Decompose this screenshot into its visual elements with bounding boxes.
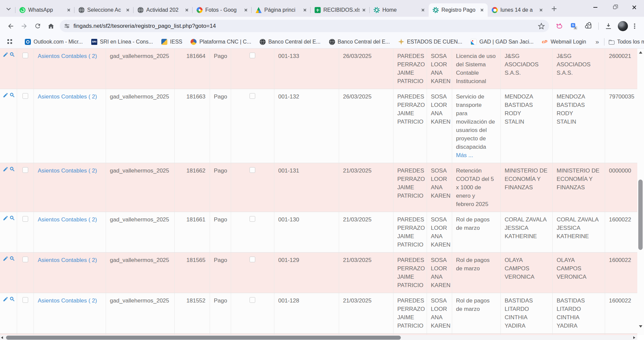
- edit-icon[interactable]: [3, 166, 8, 173]
- search-icon[interactable]: [9, 215, 15, 221]
- browser-tab[interactable]: Fotos - Goog: [193, 3, 252, 17]
- scroll-down-icon[interactable]: [639, 325, 642, 328]
- omnibox[interactable]: fingads.net/sf2/tesoreria/registro_pago_…: [60, 20, 549, 32]
- tab-favicon-icon: [19, 7, 25, 13]
- row-select-checkbox[interactable]: [22, 93, 28, 99]
- horizontal-scrollbar[interactable]: [0, 335, 637, 340]
- bookmark-item[interactable]: Banco Central del E...: [327, 38, 392, 46]
- row-select-checkbox[interactable]: [22, 297, 28, 303]
- bookmark-favicon-icon: [161, 39, 167, 45]
- asientos-contables-link[interactable]: Asientos Contables ( 2): [38, 53, 97, 59]
- all-bookmarks-button[interactable]: Todos los marcadores: [606, 38, 644, 46]
- scroll-up-icon[interactable]: [639, 51, 642, 54]
- search-icon[interactable]: [9, 51, 15, 58]
- bookmark-label: IESS: [170, 39, 182, 45]
- edit-icon[interactable]: [3, 51, 8, 58]
- search-icon[interactable]: [9, 296, 15, 302]
- puzzle-icon: [586, 23, 591, 28]
- close-button[interactable]: [625, 0, 644, 15]
- edit-icon[interactable]: [3, 255, 8, 262]
- row-select-checkbox[interactable]: [22, 53, 28, 58]
- cell-beneficiario-2: OLAYA CAMPOS VERONICA: [557, 256, 601, 281]
- mas-link[interactable]: Más ...: [456, 151, 496, 159]
- labs-button[interactable]: [552, 19, 566, 33]
- edit-icon[interactable]: [3, 92, 8, 98]
- bookmark-item[interactable]: Webmail Login: [540, 38, 589, 46]
- restore-icon: [613, 6, 616, 9]
- tab-close-icon[interactable]: [479, 7, 485, 13]
- bookmark-item[interactable]: Banco Central del E...: [257, 38, 323, 46]
- back-button[interactable]: [4, 19, 17, 33]
- bookmark-item[interactable]: Outlook.com - Micr...: [22, 38, 85, 46]
- tab-close-icon[interactable]: [420, 7, 426, 13]
- edit-icon[interactable]: [3, 215, 8, 221]
- apps-shortcut[interactable]: [5, 38, 15, 46]
- tab-close-icon[interactable]: [538, 7, 544, 13]
- new-tab-button[interactable]: [549, 4, 559, 13]
- reload-button[interactable]: [31, 19, 44, 33]
- translate-button[interactable]: [567, 19, 581, 33]
- browser-tab[interactable]: Actividad 202: [133, 3, 193, 17]
- tab-close-icon[interactable]: [125, 7, 131, 13]
- bookmark-favicon-icon: [191, 39, 197, 45]
- home-button[interactable]: [44, 19, 58, 33]
- row-flag-checkbox[interactable]: [250, 93, 255, 99]
- bookmark-item[interactable]: GAD | GAD San Jaci...: [468, 38, 536, 46]
- search-icon[interactable]: [9, 92, 15, 98]
- vertical-scrollbar-thumb[interactable]: [638, 180, 643, 250]
- browser-tab[interactable]: WhatsApp: [15, 3, 74, 17]
- bookmark-item[interactable]: Plataforma CNC | C...: [188, 38, 253, 46]
- asientos-contables-link[interactable]: Asientos Contables ( 2): [38, 216, 97, 223]
- cell-elaborado-por: PAREDES PERRAZO JAIME PATRICIO: [397, 92, 423, 126]
- tab-close-icon[interactable]: [243, 7, 249, 13]
- site-settings-icon[interactable]: [64, 23, 70, 29]
- browser-tab[interactable]: RECIBIDOS.xls: [311, 3, 370, 17]
- url-text[interactable]: fingads.net/sf2/tesoreria/registro_pago_…: [73, 23, 538, 29]
- tab-close-icon[interactable]: [66, 7, 72, 13]
- bookmarks-list: Outlook.com - Micr... SRI en Línea - Con…: [22, 38, 592, 46]
- row-select-checkbox[interactable]: [22, 216, 28, 222]
- vertical-scrollbar[interactable]: [637, 49, 644, 335]
- all-bookmarks[interactable]: Todos los marcadores: [602, 38, 644, 46]
- edit-icon[interactable]: [3, 296, 8, 302]
- browser-tab[interactable]: Registro Pago: [429, 3, 488, 17]
- forward-button[interactable]: [17, 19, 31, 33]
- tab-close-icon[interactable]: [361, 7, 367, 13]
- row-flag-checkbox[interactable]: [250, 53, 255, 58]
- row-flag-checkbox[interactable]: [250, 257, 255, 262]
- asientos-contables-link[interactable]: Asientos Contables ( 2): [38, 93, 97, 100]
- table-body: Asientos Contables ( 2) gad_vallehermos_…: [0, 49, 637, 340]
- tab-search-button[interactable]: [3, 4, 13, 14]
- row-flag-checkbox[interactable]: [250, 216, 255, 222]
- bookmark-item[interactable]: ESTADOS DE CUEN...: [396, 38, 465, 46]
- browser-tab[interactable]: Página princi: [252, 3, 311, 17]
- tabs-container: WhatsApp Seleccione Ac Actividad 202 Fot…: [15, 0, 547, 17]
- extensions-button[interactable]: [582, 19, 595, 33]
- minimize-button[interactable]: [586, 0, 605, 15]
- browser-tab[interactable]: lunes 14 de a: [488, 3, 547, 17]
- search-icon[interactable]: [9, 255, 15, 262]
- horizontal-scrollbar-thumb[interactable]: [6, 336, 401, 340]
- asientos-contables-link[interactable]: Asientos Contables ( 2): [38, 257, 97, 263]
- bookmark-item[interactable]: SRI en Línea - Cons...: [89, 38, 155, 46]
- browser-tab[interactable]: Home: [370, 3, 429, 17]
- bookmark-item[interactable]: IESS: [159, 38, 184, 46]
- row-select-checkbox[interactable]: [22, 257, 28, 262]
- downloads-button[interactable]: [602, 19, 615, 33]
- bookmarks-overflow-chevron[interactable]: »: [592, 38, 602, 46]
- asientos-contables-link[interactable]: Asientos Contables ( 2): [38, 297, 97, 304]
- tab-close-icon[interactable]: [184, 7, 190, 13]
- profile-avatar[interactable]: [618, 21, 628, 31]
- scroll-left-icon[interactable]: [1, 336, 3, 339]
- browser-tab[interactable]: Seleccione Ac: [74, 3, 133, 17]
- search-icon[interactable]: [9, 166, 15, 173]
- restore-button[interactable]: [605, 0, 625, 15]
- bookmark-star-icon[interactable]: [538, 22, 545, 30]
- row-select-checkbox[interactable]: [22, 167, 28, 173]
- tab-close-icon[interactable]: [302, 7, 308, 13]
- scroll-right-icon[interactable]: [633, 336, 635, 339]
- menu-kebab-icon[interactable]: [634, 25, 635, 27]
- row-flag-checkbox[interactable]: [250, 297, 255, 303]
- row-flag-checkbox[interactable]: [250, 167, 255, 173]
- asientos-contables-link[interactable]: Asientos Contables ( 2): [38, 167, 97, 174]
